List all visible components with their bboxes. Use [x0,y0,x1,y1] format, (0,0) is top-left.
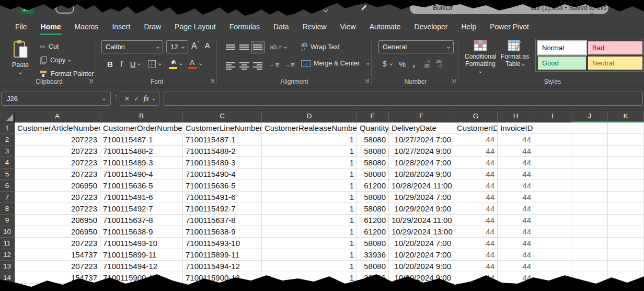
cell-K8[interactable] [608,203,644,215]
excel-logo-icon[interactable]: X [21,3,35,16]
font-size-combo[interactable]: 12 [166,40,188,53]
cell-J14[interactable] [571,272,608,284]
cell-G3[interactable]: 44 [454,146,498,157]
chevron-down-icon[interactable] [284,46,288,49]
column-header-A[interactable]: A [15,111,100,122]
cell-D11[interactable]: 1 [262,238,357,249]
cell-D13[interactable]: 1 [262,261,357,272]
cancel-formula-button[interactable]: ✕ [124,95,130,103]
shrink-font-button[interactable]: Aˇ [205,41,212,50]
cell-K7[interactable] [608,192,644,203]
cell-F3[interactable]: 10/27/2024 9:00 [389,146,454,157]
cell-C7[interactable]: 7100115491-6 [183,192,262,203]
cell-E13[interactable]: 58080 [357,261,389,272]
column-header-I[interactable]: I [534,111,571,122]
cell-H3[interactable]: 44 [498,146,534,157]
cell-C15[interactable] [183,284,262,291]
cell-K10[interactable] [608,226,644,238]
insert-function-button[interactable]: fx [143,94,148,103]
cell-D10[interactable]: 1 [262,226,357,238]
row-header-13[interactable]: 13 [0,261,15,272]
cell-B8[interactable]: 7100115492-7 [100,203,183,215]
row-header-15[interactable] [0,284,15,291]
cell-F5[interactable]: 10/28/2024 9:00 [389,169,454,180]
cell-style-neutral[interactable]: Neutral [588,57,642,70]
cell-K4[interactable] [608,157,644,169]
grow-font-button[interactable]: Aˆ [191,41,199,51]
cell-G12[interactable]: 44 [454,249,498,261]
cell-B12[interactable]: 7100115899-11 [100,249,183,261]
column-header-E[interactable]: E [357,111,389,122]
cell-F1[interactable]: DeliveryDate [389,122,454,134]
cell-H8[interactable]: 44 [498,203,534,215]
cell-F10[interactable]: 10/29/2024 13:00 [389,226,454,238]
cell-B6[interactable]: 7100115636-5 [100,180,183,192]
column-header-F[interactable]: F [389,111,454,122]
row-header-2[interactable]: 2 [0,134,15,146]
cell-G15[interactable] [454,284,498,291]
cell-K2[interactable] [608,134,644,146]
cell-E6[interactable]: 61200 [357,180,389,192]
font-dialog-launcher-icon[interactable] [209,77,214,84]
cell-D14[interactable]: 1 [262,272,357,284]
cell-G13[interactable]: 44 [454,261,498,272]
cell-I1[interactable] [534,122,571,134]
align-left-button[interactable] [224,59,237,71]
cell-E1[interactable]: Quantity [357,122,389,134]
cell-E15[interactable] [357,284,389,291]
cell-C3[interactable]: 7100115488-2 [183,146,262,157]
cell-I15[interactable] [534,284,571,291]
cell-J1[interactable] [571,122,608,134]
alignment-dialog-launcher-icon[interactable] [364,77,369,84]
cell-G2[interactable]: 44 [454,134,498,146]
number-dialog-launcher-icon[interactable] [451,77,456,84]
cell-J13[interactable] [571,261,608,272]
cell-G6[interactable]: 44 [454,180,498,192]
cell-F11[interactable]: 10/20/2024 7:00 [389,238,454,249]
row-header-8[interactable]: 8 [0,203,15,215]
cell-C12[interactable]: 7100115899-11 [183,249,262,261]
column-header-D[interactable]: D [262,111,357,122]
cell-I11[interactable] [534,238,571,249]
cell-I6[interactable] [534,180,571,192]
row-header-11[interactable]: 11 [0,238,15,249]
cell-C8[interactable]: 7100115492-7 [183,203,262,215]
tab-view[interactable]: View [334,16,363,37]
cell-H7[interactable]: 44 [498,192,534,203]
cell-I2[interactable] [534,134,571,146]
format-as-table-button[interactable]: Format as Table [499,40,531,68]
middle-align-button[interactable] [237,41,251,53]
decrease-indent-button[interactable]: ←≡ [269,61,279,69]
borders-button[interactable] [148,60,156,68]
currency-format-button[interactable]: $ [383,60,387,68]
format-painter-button[interactable]: Format Painter [40,69,94,79]
cell-D8[interactable]: 1 [262,203,357,215]
cell-H15[interactable] [498,284,534,291]
cell-B15[interactable] [100,284,183,291]
cell-H13[interactable]: 44 [498,261,534,272]
underline-button[interactable]: U [126,60,138,69]
bottom-align-button[interactable] [251,41,264,53]
cell-J10[interactable] [571,226,608,238]
cell-I10[interactable] [534,226,571,238]
row-header-1[interactable]: 1 [0,122,15,134]
cell-E3[interactable]: 58080 [357,146,389,157]
cell-C14[interactable]: 7100115900-13 [183,272,262,284]
tab-review[interactable]: Review [296,16,334,37]
tab-power-pivot[interactable]: Power Pivot [483,16,536,37]
chevron-down-icon[interactable] [153,97,156,100]
cell-F13[interactable]: 10/20/2024 9:00 [389,261,454,272]
clipboard-dialog-launcher-icon[interactable] [88,77,93,84]
cell-E10[interactable]: 61200 [357,226,389,238]
wrap-text-button[interactable]: ab↵ Wrap Text [301,42,340,52]
column-header-J[interactable]: J [571,111,608,122]
cell-style-normal[interactable]: Normal [538,41,586,54]
cell-E8[interactable]: 58080 [357,203,389,215]
cell-A10[interactable]: 206950 [15,226,100,238]
cell-A14[interactable]: 154737 [15,272,100,284]
conditional-formatting-button[interactable]: Conditional Formatting [464,40,497,75]
cell-G8[interactable]: 44 [454,203,498,215]
cell-J3[interactable] [571,146,608,157]
cell-H12[interactable]: 44 [498,249,534,261]
cell-C6[interactable]: 7100115636-5 [183,180,262,192]
